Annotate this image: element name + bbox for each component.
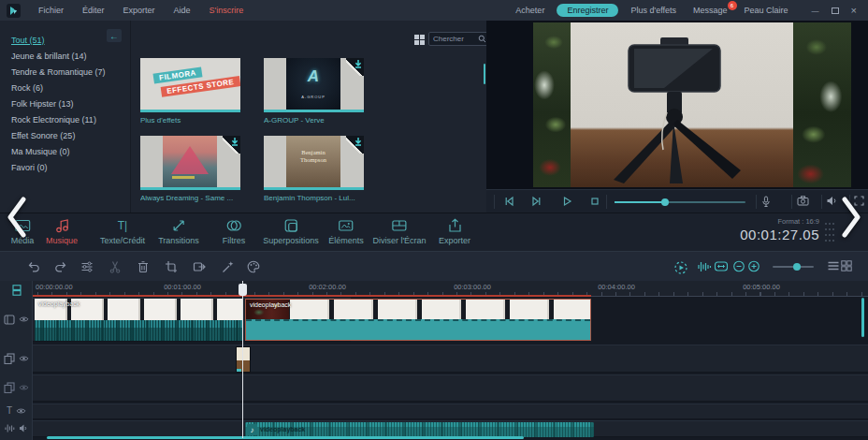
media-scrollbar[interactable]	[484, 64, 485, 84]
download-corner[interactable]	[346, 58, 364, 76]
collapse-sidebar-button[interactable]: ←	[107, 29, 122, 42]
tab-musique[interactable]: Musique	[46, 218, 78, 245]
sidebar-item-favori[interactable]: Favori (0)	[0, 159, 130, 175]
playhead-handle[interactable]	[239, 284, 247, 296]
audio-mixer-icon[interactable]	[80, 260, 94, 273]
account-button[interactable]: Peau Claire	[736, 6, 797, 15]
render-preview-icon[interactable]	[673, 260, 688, 275]
tab-superpositions[interactable]: Superpositions	[263, 218, 319, 245]
card-plus-deffets[interactable]: FILMORA EFFECTS STORE Plus d'effets	[140, 58, 240, 125]
menu-editer[interactable]: Éditer	[73, 6, 114, 15]
menu-aide[interactable]: Aide	[165, 6, 200, 15]
seek-knob[interactable]	[661, 198, 669, 206]
seek-slider[interactable]	[615, 201, 745, 203]
audio-clip[interactable]: ♪ videoplayback	[245, 422, 594, 437]
menu-sinscrire[interactable]: S'inscrire	[200, 6, 253, 15]
next-frame-button[interactable]	[531, 196, 542, 207]
close-icon[interactable]: ×	[851, 5, 857, 16]
download-icon	[354, 138, 362, 146]
plus-deffets-button[interactable]: Plus d'effets	[622, 6, 685, 15]
video-clip-2-selected[interactable]: videoplayback	[245, 299, 591, 341]
video-track-lane[interactable]: videoplayback videoplayback	[33, 298, 351, 342]
sidebar-item-ma-musique[interactable]: Ma Musique (0)	[0, 143, 130, 159]
text-track-lane[interactable]	[33, 403, 868, 419]
stop-button[interactable]	[589, 196, 600, 207]
grid-view-icon[interactable]	[414, 35, 425, 45]
dots-handle[interactable]	[825, 223, 836, 245]
search-input[interactable]	[429, 35, 478, 43]
vertical-scrollbar[interactable]	[861, 298, 864, 337]
tab-elements[interactable]: Éléments	[328, 218, 364, 245]
tab-diviser-ecran[interactable]: Diviser l'Écran	[372, 218, 426, 245]
maximize-icon[interactable]	[832, 7, 839, 14]
sidebar-item-effet-sonore[interactable]: Effet Sonore (25)	[0, 127, 130, 143]
playhead-line[interactable]	[242, 281, 243, 438]
benjamin-thumbnail: Benjamin Thompson	[264, 136, 364, 190]
tab-transitions[interactable]: Transitions	[158, 218, 199, 245]
previous-frame-button[interactable]	[503, 196, 514, 207]
sidebar-item-rock-electro[interactable]: Rock Electronique (11)	[0, 111, 130, 127]
message-button[interactable]: Message 6	[685, 6, 736, 15]
pip-track-lane-1[interactable]	[33, 345, 868, 373]
delete-icon[interactable]	[137, 260, 150, 273]
mute-speaker-icon[interactable]	[19, 424, 28, 433]
audio-track-icon	[5, 423, 15, 433]
tab-filtres[interactable]: Filtres	[223, 218, 246, 245]
grid-layout-icon[interactable]	[841, 260, 852, 271]
play-button[interactable]	[561, 196, 572, 207]
sidebar-item-folk[interactable]: Folk Hipster (13)	[0, 95, 130, 111]
download-corner[interactable]	[346, 136, 364, 154]
zoom-in-icon[interactable]	[748, 260, 760, 272]
tab-exporter[interactable]: Exporter	[439, 218, 470, 245]
enregistrer-button[interactable]: Enregistrer	[557, 4, 618, 17]
split-scissors-icon[interactable]	[108, 260, 122, 273]
download-icon	[231, 138, 239, 146]
effects-wand-icon[interactable]	[221, 260, 234, 273]
prev-panel-chevron[interactable]	[5, 196, 29, 239]
acheter-button[interactable]: Acheter	[507, 6, 553, 15]
tab-texte-credit[interactable]: T| Texte/Crédit	[100, 218, 145, 245]
card-label: Always Dreaming - Same ...	[140, 194, 240, 202]
track-manager-icon[interactable]	[0, 284, 33, 296]
redo-icon[interactable]	[54, 260, 67, 273]
audio-track-lane[interactable]: ♪ videoplayback	[33, 420, 868, 437]
menu-fichier[interactable]: Fichier	[29, 6, 73, 15]
crop-icon[interactable]	[165, 260, 178, 273]
color-palette-icon[interactable]	[247, 260, 260, 273]
card-agroup-verve[interactable]: A A-GROUP A-GROUP - Verve	[264, 58, 364, 125]
microphone-icon[interactable]	[760, 196, 772, 208]
pip-track-lane-2[interactable]	[33, 374, 868, 402]
effects-store-thumbnail: FILMORA EFFECTS STORE	[140, 58, 240, 112]
sidebar-item-tendre[interactable]: Tendre & Romantique (7)	[0, 64, 130, 80]
audio-waveform-icon[interactable]	[698, 260, 712, 273]
next-panel-chevron[interactable]	[839, 196, 863, 239]
horizontal-scrollbar[interactable]	[47, 436, 524, 439]
zoom-knob[interactable]	[793, 263, 801, 271]
zoom-fit-icon[interactable]	[715, 260, 729, 272]
track-list-icon[interactable]	[828, 260, 840, 271]
render-progress-bar	[33, 295, 591, 297]
eye-icon[interactable]	[19, 315, 29, 323]
timeline-zoom-slider[interactable]	[773, 266, 814, 268]
card-always-dreaming[interactable]: Always Dreaming - Same ...	[140, 136, 240, 202]
pip-clip[interactable]	[236, 346, 251, 373]
download-corner[interactable]	[223, 136, 240, 154]
video-clip-1[interactable]: videoplayback	[35, 299, 243, 341]
minimize-icon[interactable]: —	[812, 7, 819, 15]
menu-exporter[interactable]: Exporter	[114, 6, 165, 15]
zoom-out-icon[interactable]	[733, 260, 745, 272]
undo-icon[interactable]	[27, 260, 40, 273]
clip-thumbnails	[246, 300, 590, 319]
app-logo-icon	[7, 4, 21, 18]
sidebar-item-jeune[interactable]: Jeune & brillant (14)	[0, 48, 130, 64]
eye-icon[interactable]	[19, 355, 29, 362]
card-label: A-GROUP - Verve	[264, 116, 364, 125]
card-benjamin-thompson[interactable]: Benjamin Thompson Benjamin Thompson - Lu…	[264, 136, 364, 202]
main-clip-frame	[571, 22, 793, 187]
sidebar-item-rock[interactable]: Rock (6)	[0, 80, 130, 95]
export-frame-icon[interactable]	[193, 260, 206, 273]
volume-icon[interactable]	[826, 196, 838, 206]
eye-icon[interactable]	[16, 407, 26, 415]
snapshot-camera-icon[interactable]	[797, 196, 809, 206]
eye-icon[interactable]	[19, 384, 29, 391]
